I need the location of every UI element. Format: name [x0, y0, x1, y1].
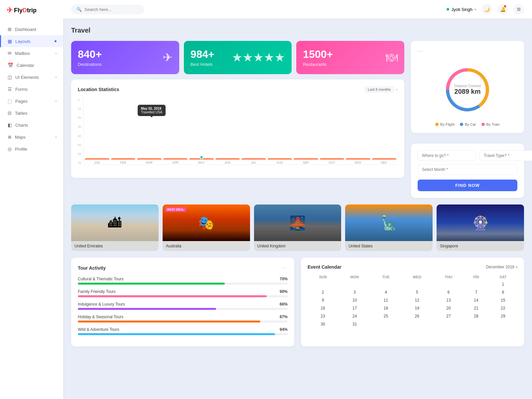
- search-input[interactable]: [84, 7, 138, 12]
- calendar-day[interactable]: 26: [401, 312, 434, 320]
- calendar-day[interactable]: 3: [338, 288, 371, 296]
- calendar-day[interactable]: 12: [401, 296, 434, 304]
- bar-fill[interactable]: [241, 158, 266, 160]
- bar-fill[interactable]: [372, 158, 397, 160]
- tour-item-header: Cultural & Thematic Tours 70%: [78, 277, 288, 281]
- sidebar-item-maps[interactable]: ⊕ Maps ›: [0, 131, 63, 143]
- sidebar-item-forms[interactable]: ☰ Forms: [0, 83, 63, 95]
- sidebar-item-mailbox[interactable]: ✉ Mailbox ›: [0, 47, 63, 59]
- nav-label: Forms: [15, 87, 28, 92]
- stat-card-best-hotels: 984+ Best Hotels ★★★★★: [184, 41, 292, 74]
- calendar-day[interactable]: 9: [308, 296, 338, 304]
- calendar-day[interactable]: 2: [308, 288, 338, 296]
- calendar-day[interactable]: 31: [338, 320, 371, 328]
- calendar-day[interactable]: 8: [489, 288, 517, 296]
- destination-card[interactable]: 🗽 United States: [345, 204, 433, 251]
- calendar-day[interactable]: 27: [434, 312, 464, 320]
- progress-bar: [78, 283, 288, 285]
- month-input[interactable]: [418, 164, 517, 175]
- bar-fill[interactable]: [85, 158, 109, 160]
- where-to-input[interactable]: [418, 150, 476, 161]
- bar-fill[interactable]: [346, 158, 370, 160]
- bar-fill[interactable]: [189, 158, 214, 160]
- month-selector[interactable]: December 2018 ▾: [486, 265, 517, 269]
- calendar-day[interactable]: 30: [308, 320, 338, 328]
- calendar-day[interactable]: 13: [434, 296, 464, 304]
- donut-chart: Distance Covered 2089 km: [441, 63, 494, 116]
- bar-fill[interactable]: [294, 158, 318, 160]
- tour-percentage: 94%: [280, 327, 288, 332]
- settings-icon[interactable]: ⚙: [513, 4, 524, 15]
- sidebar-item-profile[interactable]: ◎ Profile: [0, 143, 63, 155]
- y-axis: 706050403020100: [78, 98, 83, 165]
- sidebar-item-calendar[interactable]: 📅 Calendar: [0, 59, 63, 71]
- bar-chart: May 02, 2019 Travelled USA 7060504030201…: [78, 98, 398, 171]
- calendar-day[interactable]: 10: [338, 296, 371, 304]
- calendar-day[interactable]: 18: [371, 304, 400, 312]
- bar-fill[interactable]: [215, 158, 240, 160]
- user-info[interactable]: Jyoti Singh ▾: [447, 7, 476, 12]
- left-column: 840+ Destinations ✈ 984+ Best Hotels ★★★…: [71, 41, 404, 198]
- filter-button[interactable]: Last 6 months: [364, 86, 394, 93]
- tour-more-icon[interactable]: ···: [282, 264, 288, 271]
- calendar-day[interactable]: 19: [401, 304, 434, 312]
- tour-item: Wild & Adventure Tours 94%: [78, 327, 288, 335]
- y-label: 40: [78, 134, 81, 138]
- bar-fill[interactable]: [163, 158, 188, 160]
- calendar-day[interactable]: 6: [434, 288, 464, 296]
- bar-fill[interactable]: [137, 158, 162, 160]
- calendar-day[interactable]: 14: [464, 296, 489, 304]
- travel-type-input[interactable]: [479, 150, 532, 161]
- calendar-day[interactable]: 1: [489, 280, 517, 288]
- calendar-day[interactable]: 21: [464, 304, 489, 312]
- sidebar-item-ui-elements[interactable]: ◫ UI Elements ›: [0, 71, 63, 83]
- calendar-day[interactable]: 4: [371, 288, 400, 296]
- calendar-day[interactable]: 23: [308, 312, 338, 320]
- calendar-day[interactable]: 20: [434, 304, 464, 312]
- calendar-day[interactable]: 25: [371, 312, 400, 320]
- sidebar-item-dashboard[interactable]: ⊞ Dashboard: [0, 23, 63, 35]
- destination-card[interactable]: 🏙 United Emirates: [71, 204, 159, 251]
- calendar-day[interactable]: 17: [338, 304, 371, 312]
- nav-icon: ▦: [8, 39, 12, 44]
- bars-container: JAN FEB MAR APR MAY JUN JUL AUG: [83, 98, 398, 165]
- find-now-button[interactable]: FIND NOW: [418, 180, 517, 191]
- destination-name: United Emirates: [71, 241, 159, 251]
- calendar-day[interactable]: 11: [371, 296, 400, 304]
- calendar-day[interactable]: 22: [489, 304, 517, 312]
- location-chart-card: Location Statistics Last 6 months ▾ May …: [71, 79, 404, 178]
- sidebar-item-pages[interactable]: ⬚ Pages ›: [0, 95, 63, 107]
- destination-card[interactable]: BEST DEAL 🎭 Australia: [163, 204, 250, 251]
- search-bar[interactable]: 🔍: [71, 5, 144, 14]
- dots-menu[interactable]: ···: [418, 48, 424, 55]
- sidebar-item-tables[interactable]: ⊟ Tables: [0, 107, 63, 119]
- moon-icon[interactable]: 🌙: [481, 4, 492, 15]
- calendar-day[interactable]: 16: [308, 304, 338, 312]
- destination-card[interactable]: 🌉 United Kingdom: [254, 204, 341, 251]
- calendar-day[interactable]: 15: [489, 296, 517, 304]
- calendar-day[interactable]: 24: [338, 312, 371, 320]
- planner-row-1: [418, 150, 517, 161]
- bell-icon[interactable]: 🔔: [497, 4, 508, 15]
- bar-fill[interactable]: [111, 158, 136, 160]
- sidebar-item-charts[interactable]: ◧ Charts: [0, 119, 63, 131]
- tour-items: Cultural & Thematic Tours 70% Family Fri…: [78, 277, 288, 335]
- sidebar-item-layouts[interactable]: ▦ Layouts: [0, 35, 63, 47]
- calendar-day[interactable]: 29: [489, 312, 517, 320]
- header-right: Jyoti Singh ▾ 🌙 🔔 ⚙: [447, 4, 524, 15]
- calendar-day[interactable]: 7: [464, 288, 489, 296]
- nav-icon: ⬚: [8, 98, 12, 104]
- bar-month: NOV: [355, 161, 361, 164]
- calendar-day[interactable]: 5: [401, 288, 434, 296]
- donut-legend: By Flight By Car By Train: [435, 122, 500, 126]
- nav-label: Calendar: [17, 63, 34, 68]
- bar-fill[interactable]: [320, 158, 344, 160]
- destination-card[interactable]: 🎡 Singapore: [437, 204, 524, 251]
- calendar-day[interactable]: 28: [464, 312, 489, 320]
- calendar-day: [338, 280, 371, 288]
- legend-item: By Car: [460, 122, 476, 126]
- nav-label: Mailbox: [15, 51, 30, 56]
- content: Travel 840+ Destinations ✈ 984+ Best Hot…: [63, 19, 532, 399]
- bar-fill[interactable]: [268, 158, 292, 160]
- calendar-header: Event Calendar December 2018 ▾: [308, 264, 517, 270]
